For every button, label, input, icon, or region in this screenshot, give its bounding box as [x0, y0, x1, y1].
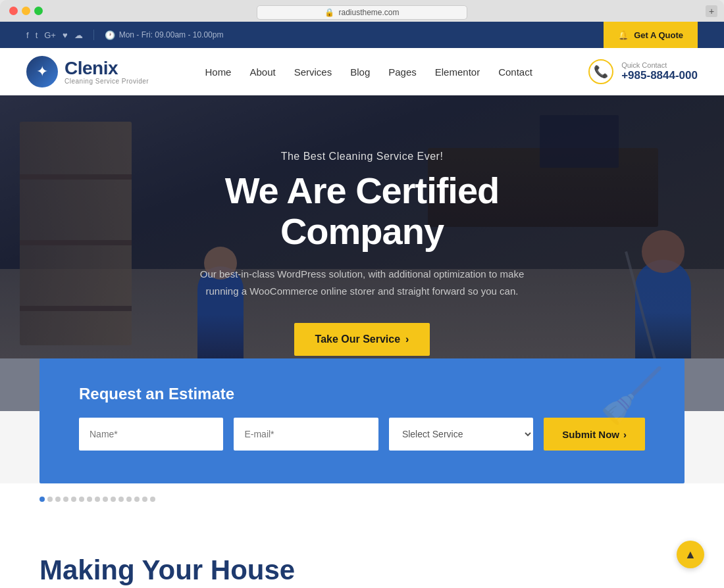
dot-14[interactable] [142, 497, 147, 502]
dot-5[interactable] [71, 497, 76, 502]
logo-text-area: Clenix Cleaning Service Provider [65, 59, 149, 85]
top-bar: f t G+ ♥ ☁ 🕐 Mon - Fri: 09.00am - 10.00p… [0, 22, 724, 48]
email-input[interactable] [234, 418, 378, 451]
scroll-top-icon: ▲ [685, 548, 696, 562]
minimize-button[interactable] [22, 7, 30, 15]
new-tab-button[interactable]: + [706, 5, 717, 17]
hero-title: We Are Certified Company [145, 170, 579, 251]
phone-icon: 📞 [588, 59, 613, 84]
hours-text: Mon - Fri: 09.00am - 10.00pm [119, 30, 224, 39]
navbar: ✦ Clenix Cleaning Service Provider Home … [0, 48, 724, 95]
estimate-section: 🧹 Request an Estimate Slelect ServiceHou… [39, 358, 685, 483]
dot-8[interactable] [95, 497, 100, 502]
estimate-title: Request an Estimate [79, 385, 645, 403]
estimate-graphic: 🧹 [599, 365, 665, 427]
business-hours: 🕐 Mon - Fri: 09.00am - 10.00pm [105, 30, 224, 40]
hero-cta-label: Take Our Service [315, 333, 401, 345]
dot-9[interactable] [103, 497, 108, 502]
nav-about[interactable]: About [249, 66, 275, 78]
dot-13[interactable] [134, 497, 140, 502]
hero-content: The Best Cleaning Service Ever! We Are C… [132, 151, 592, 356]
hero-subtitle: The Best Cleaning Service Ever! [145, 151, 579, 162]
twitter-icon[interactable]: t [36, 30, 38, 40]
pinterest-icon[interactable]: ♥ [63, 30, 68, 40]
maximize-button[interactable] [34, 7, 43, 15]
contact-phone: +985-8844-000 [621, 69, 698, 82]
dot-10[interactable] [111, 497, 116, 502]
browser-content: f t G+ ♥ ☁ 🕐 Mon - Fri: 09.00am - 10.00p… [0, 22, 724, 588]
get-quote-label: Get A Quote [634, 30, 683, 40]
dot-1[interactable] [39, 497, 45, 502]
nav-links: Home About Services Blog Pages Elementor… [205, 66, 532, 78]
logo-icon: ✦ [26, 56, 58, 87]
submit-label: Submit Now [562, 429, 619, 440]
logo-name: Clenix [65, 59, 149, 78]
estimate-form: Slelect ServiceHouse CleaningOffice Clea… [79, 418, 645, 451]
dot-4[interactable] [63, 497, 68, 502]
logo-symbol: ✦ [36, 63, 48, 80]
divider [93, 30, 94, 40]
dot-12[interactable] [126, 497, 132, 502]
nav-contact[interactable]: Contact [498, 66, 532, 78]
logo-area: ✦ Clenix Cleaning Service Provider [26, 56, 149, 87]
snapchat-icon[interactable]: ☁ [74, 30, 83, 40]
traffic-lights: 🔒 radiustheme.com + [0, 7, 724, 22]
window-chrome: 🔒 radiustheme.com + [0, 0, 724, 22]
social-icons: f t G+ ♥ ☁ [26, 30, 83, 40]
name-input[interactable] [79, 418, 223, 451]
submit-arrow: › [623, 429, 627, 440]
nav-elementor[interactable]: Elementor [435, 66, 480, 78]
dot-indicators [0, 483, 724, 515]
service-select[interactable]: Slelect ServiceHouse CleaningOffice Clea… [389, 418, 533, 451]
dot-2[interactable] [47, 497, 53, 502]
close-button[interactable] [9, 7, 18, 15]
dot-3[interactable] [55, 497, 61, 502]
googleplus-icon[interactable]: G+ [44, 30, 56, 40]
hero-description: Our best-in-class WordPress solution, wi… [191, 266, 533, 299]
dot-11[interactable] [118, 497, 124, 502]
making-title: Making Your House [39, 554, 724, 586]
dot-15[interactable] [150, 497, 155, 502]
url-text: radiustheme.com [338, 8, 399, 17]
address-bar[interactable]: 🔒 radiustheme.com [257, 5, 467, 20]
get-quote-button[interactable]: 🔔 Get A Quote [604, 22, 698, 48]
top-bar-left: f t G+ ♥ ☁ 🕐 Mon - Fri: 09.00am - 10.00p… [26, 30, 223, 40]
nav-services[interactable]: Services [294, 66, 332, 78]
dot-7[interactable] [87, 497, 92, 502]
nav-pages[interactable]: Pages [388, 66, 417, 78]
contact-text: Quick Contact +985-8844-000 [621, 61, 698, 82]
making-section: Making Your House [0, 515, 724, 588]
contact-area: 📞 Quick Contact +985-8844-000 [588, 59, 698, 84]
logo-tagline: Cleaning Service Provider [65, 78, 149, 85]
nav-blog[interactable]: Blog [350, 66, 370, 78]
hero-cta-button[interactable]: Take Our Service › [294, 323, 430, 356]
dot-6[interactable] [79, 497, 84, 502]
scroll-top-button[interactable]: ▲ [677, 541, 704, 568]
facebook-icon[interactable]: f [26, 30, 29, 40]
hero-cta-arrow: › [405, 333, 409, 345]
lock-icon: 🔒 [324, 8, 334, 17]
clock-icon: 🕐 [105, 30, 115, 40]
contact-label: Quick Contact [621, 61, 698, 69]
nav-home[interactable]: Home [205, 66, 231, 78]
bell-icon: 🔔 [618, 30, 629, 40]
